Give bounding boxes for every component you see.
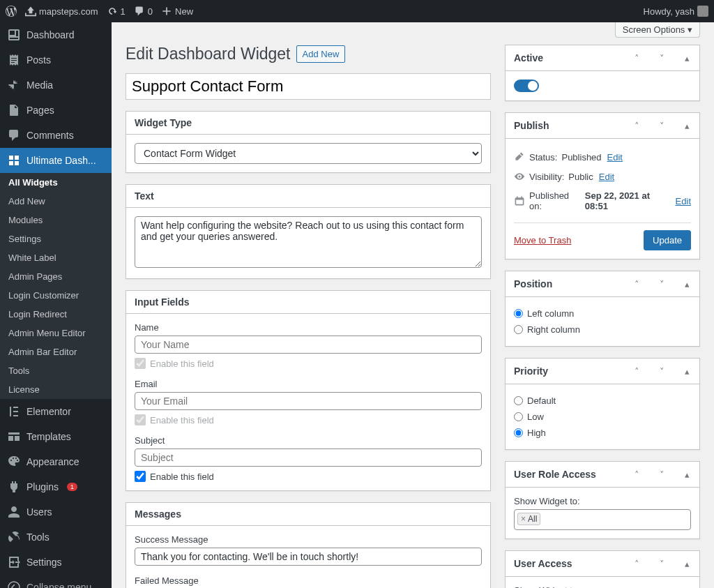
email-label: Email bbox=[135, 379, 482, 389]
edit-date-link[interactable]: Edit bbox=[676, 196, 691, 206]
publish-box: Publish˄˅▴ Status: Published Edit Visibi… bbox=[505, 112, 700, 259]
menu-pages[interactable]: Pages bbox=[0, 98, 112, 123]
priority-box: Priority˄˅▴ Default Low High bbox=[505, 358, 700, 450]
user-role-tagbox[interactable]: ×All bbox=[514, 509, 691, 530]
menu-users[interactable]: Users bbox=[0, 499, 112, 525]
menu-templates[interactable]: Templates bbox=[0, 424, 112, 449]
chevron-up-icon[interactable]: ˄ bbox=[624, 551, 649, 576]
screen-options-button[interactable]: Screen Options ▾ bbox=[615, 22, 700, 38]
toggle-icon[interactable]: ▴ bbox=[674, 113, 699, 138]
user-access-box: User Access˄˅▴ Show Widget to: ×All bbox=[505, 550, 700, 588]
position-left-radio[interactable] bbox=[514, 309, 523, 318]
failed-label: Failed Message bbox=[135, 575, 482, 586]
svg-rect-3 bbox=[15, 161, 19, 165]
menu-comments[interactable]: Comments bbox=[0, 123, 112, 148]
show-to-label: Show Widget to: bbox=[514, 496, 691, 506]
toggle-icon[interactable]: ▴ bbox=[674, 359, 699, 384]
subject-input[interactable] bbox=[135, 448, 482, 467]
messages-box: Messages Success Message Failed Message bbox=[126, 502, 491, 588]
status-row: Status: Published Edit bbox=[514, 147, 691, 167]
edit-visibility-link[interactable]: Edit bbox=[599, 172, 614, 182]
chevron-down-icon[interactable]: ˅ bbox=[649, 113, 674, 138]
position-right-radio[interactable] bbox=[514, 325, 523, 334]
menu-plugins[interactable]: Plugins1 bbox=[0, 474, 112, 499]
menu-elementor[interactable]: Elementor bbox=[0, 399, 112, 424]
submenu-all-widgets[interactable]: All Widgets bbox=[0, 173, 112, 192]
show-to-label: Show Widget to: bbox=[514, 585, 691, 588]
submenu-admin-menu-editor[interactable]: Admin Menu Editor bbox=[0, 324, 112, 342]
toggle-icon[interactable]: ▴ bbox=[674, 45, 699, 70]
plugins-badge: 1 bbox=[67, 483, 77, 491]
chevron-down-icon[interactable]: ˅ bbox=[649, 45, 674, 70]
user-role-access-box: User Role Access˄˅▴ Show Widget to: ×All bbox=[505, 461, 700, 539]
priority-low-radio[interactable] bbox=[514, 412, 523, 421]
menu-collapse[interactable]: Collapse menu bbox=[0, 575, 112, 588]
admin-bar: mapsteps.com 1 0 New Howdy, yash bbox=[0, 0, 714, 22]
submenu-login-redirect[interactable]: Login Redirect bbox=[0, 305, 112, 324]
chevron-up-icon[interactable]: ˄ bbox=[624, 462, 649, 487]
chevron-down-icon[interactable]: ˅ bbox=[649, 551, 674, 576]
menu-media[interactable]: Media bbox=[0, 73, 112, 98]
published-row: Published on: Sep 22, 2021 at 08:51 Edit bbox=[514, 186, 691, 216]
add-new-button[interactable]: Add New bbox=[296, 45, 346, 63]
edit-status-link[interactable]: Edit bbox=[607, 152, 623, 163]
update-button[interactable]: Update bbox=[644, 230, 691, 250]
active-box: Active˄˅▴ bbox=[505, 45, 700, 101]
menu-settings[interactable]: Settings bbox=[0, 550, 112, 575]
submenu-admin-pages[interactable]: Admin Pages bbox=[0, 267, 112, 286]
page-title: Edit Dashboard Widget Add New bbox=[126, 45, 491, 63]
howdy-link[interactable]: Howdy, yash bbox=[644, 6, 708, 17]
wp-logo[interactable] bbox=[6, 6, 17, 17]
menu-posts[interactable]: Posts bbox=[0, 47, 112, 73]
chevron-up-icon[interactable]: ˄ bbox=[624, 45, 649, 70]
submenu-modules[interactable]: Modules bbox=[0, 211, 112, 229]
text-textarea[interactable]: Want help configuring the website? Reach… bbox=[135, 216, 482, 268]
submenu-tools[interactable]: Tools bbox=[0, 361, 112, 380]
input-fields-box: Input Fields Name Enable this field Emai… bbox=[126, 290, 491, 491]
chevron-down-icon[interactable]: ˅ bbox=[649, 271, 674, 296]
subject-enable-checkbox[interactable] bbox=[135, 471, 146, 482]
email-input[interactable] bbox=[135, 392, 482, 410]
toggle-icon[interactable]: ▴ bbox=[674, 551, 699, 576]
site-link[interactable]: mapsteps.com bbox=[25, 6, 98, 17]
menu-appearance[interactable]: Appearance bbox=[0, 449, 112, 474]
chevron-down-icon[interactable]: ˅ bbox=[649, 359, 674, 384]
updates-link[interactable]: 1 bbox=[107, 6, 126, 17]
name-input[interactable] bbox=[135, 336, 482, 354]
trash-link[interactable]: Move to Trash bbox=[514, 235, 571, 246]
priority-default-radio[interactable] bbox=[514, 396, 523, 405]
svg-rect-1 bbox=[15, 156, 19, 160]
name-enable-checkbox bbox=[135, 358, 146, 369]
submenu-login-customizer[interactable]: Login Customizer bbox=[0, 286, 112, 305]
submenu-admin-bar-editor[interactable]: Admin Bar Editor bbox=[0, 342, 112, 361]
success-input[interactable] bbox=[135, 548, 482, 566]
comments-link[interactable]: 0 bbox=[134, 6, 153, 17]
widget-type-box: Widget Type Contact Form Widget bbox=[126, 111, 491, 173]
svg-rect-0 bbox=[9, 156, 13, 160]
chevron-up-icon[interactable]: ˄ bbox=[624, 271, 649, 296]
avatar-icon bbox=[697, 6, 708, 17]
toggle-icon[interactable]: ▴ bbox=[674, 462, 699, 487]
menu-ultimate-dash[interactable]: Ultimate Dash... bbox=[0, 148, 112, 173]
toggle-icon[interactable]: ▴ bbox=[674, 271, 699, 296]
chevron-down-icon[interactable]: ˅ bbox=[649, 462, 674, 487]
new-link[interactable]: New bbox=[161, 6, 193, 17]
name-label: Name bbox=[135, 322, 482, 333]
email-enable-checkbox bbox=[135, 414, 146, 425]
tag-remove-icon[interactable]: × bbox=[521, 514, 526, 524]
text-box: Text Want help configuring the website? … bbox=[126, 184, 491, 279]
priority-high-radio[interactable] bbox=[514, 428, 523, 437]
post-title-input[interactable] bbox=[126, 73, 491, 100]
success-label: Success Message bbox=[135, 534, 482, 545]
active-toggle[interactable] bbox=[514, 80, 539, 92]
widget-type-select[interactable]: Contact Form Widget bbox=[135, 143, 482, 164]
submenu-white-label[interactable]: White Label bbox=[0, 248, 112, 267]
menu-dashboard[interactable]: Dashboard bbox=[0, 22, 112, 47]
chevron-up-icon[interactable]: ˄ bbox=[624, 113, 649, 138]
menu-tools[interactable]: Tools bbox=[0, 525, 112, 550]
submenu: All Widgets Add New Modules Settings Whi… bbox=[0, 173, 112, 399]
submenu-settings[interactable]: Settings bbox=[0, 229, 112, 248]
submenu-add-new[interactable]: Add New bbox=[0, 192, 112, 211]
chevron-up-icon[interactable]: ˄ bbox=[624, 359, 649, 384]
submenu-license[interactable]: License bbox=[0, 380, 112, 399]
